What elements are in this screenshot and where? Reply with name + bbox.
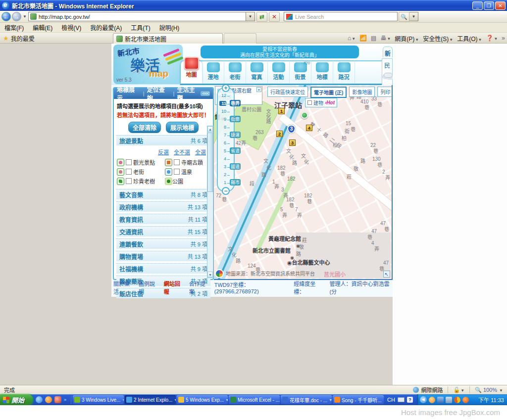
section-教育資訊[interactable]: 教育資訊共 11 項: [116, 214, 210, 224]
show-poi-button[interactable]: 展示地標: [166, 122, 199, 133]
close-button[interactable]: ✕: [495, 1, 506, 10]
read-mail-icon[interactable]: ▤: [371, 35, 376, 42]
taskbar-button-dropdown-icon[interactable]: ▼: [329, 398, 332, 402]
nav-tab-路況[interactable]: 路況: [333, 61, 355, 84]
zoom-level-1[interactable]: 1縣市: [218, 180, 236, 187]
zoom-level-9[interactable]: 9街廓: [218, 117, 236, 124]
keyboard-icon[interactable]: [398, 397, 405, 402]
taskbar-button-dropdown-icon[interactable]: ▼: [383, 398, 384, 402]
media-quicklaunch-icon[interactable]: [45, 396, 52, 403]
home-icon[interactable]: ⌂▼: [348, 35, 355, 42]
feeds-icon[interactable]: 📶: [359, 35, 367, 42]
section-社福機構[interactable]: 社福機構共 9 項: [116, 263, 210, 274]
favorites-button[interactable]: ★ 我的最愛: [0, 33, 35, 44]
network-tray-icon[interactable]: [437, 397, 444, 403]
nav-tab-活動[interactable]: 活動: [268, 61, 290, 84]
checkbox-icon[interactable]: [174, 159, 180, 165]
footer-link-合作提案[interactable]: 合作提案: [189, 280, 209, 295]
building-layer-checkbox[interactable]: 建物 ›Hot: [305, 98, 337, 107]
scrollbar-thumb[interactable]: [207, 133, 213, 192]
zoom-level-11[interactable]: 11巷弄: [218, 101, 236, 108]
zoom-level-10[interactable]: 10: [218, 109, 236, 116]
zoom-in-button[interactable]: +: [222, 85, 230, 92]
section-連鎖餐飲[interactable]: 連鎖餐飲共 9 項: [116, 238, 210, 249]
taskbar-button-Microsoft Excel - ...[interactable]: Microsoft Excel - ...▼: [229, 395, 280, 404]
map-canvas[interactable]: 江子翠站農村公園文化路館◉263巷42弄雙十路二段15巷街柏松弄路410巷33巷…: [214, 85, 393, 280]
tools-menu[interactable]: 工具(O)▼: [457, 34, 482, 43]
page-menu[interactable]: 網頁(P)▼: [395, 34, 419, 43]
refresh-button[interactable]: ⇄: [256, 12, 267, 22]
section-藝文音樂[interactable]: 藝文音樂共 8 項: [116, 189, 210, 199]
taskbar-button-dropdown-icon[interactable]: ▼: [225, 398, 228, 402]
safety-menu[interactable]: 安全性(S)▼: [423, 34, 453, 43]
zoom-level-8[interactable]: 8: [218, 125, 236, 132]
maximize-button[interactable]: ❐: [484, 1, 494, 10]
app-quicklaunch-icon[interactable]: [54, 396, 61, 403]
update-tray-icon[interactable]: [462, 397, 469, 403]
sidebar-scrollbar[interactable]: ▲ ▼: [207, 126, 213, 278]
taskbar-button-dropdown-icon[interactable]: ▼: [122, 398, 124, 402]
section-交通資訊[interactable]: 交通資訊共 15 項: [116, 226, 210, 236]
tooltip-close-icon[interactable]: ✕: [256, 87, 261, 92]
collapse-sidebar-button[interactable]: <<<: [201, 91, 210, 96]
checkbox-icon[interactable]: [126, 169, 132, 175]
menu-item-4[interactable]: 工具(T): [126, 22, 154, 33]
checkbox-icon[interactable]: [126, 178, 132, 184]
stop-button[interactable]: ✕: [269, 12, 280, 22]
map-button-行政區快速定位[interactable]: 行政區快速定位: [267, 87, 308, 97]
section-政府機構[interactable]: 政府機構共 13 項: [116, 201, 210, 212]
poi-checkbox-公園[interactable]: 公園: [165, 177, 212, 185]
tray-chevron-icon[interactable]: ◀: [420, 396, 427, 403]
taskbar-button-dropdown-icon[interactable]: ▼: [174, 398, 176, 402]
taskbar-button-3 Windows Live...[interactable]: 3 Windows Live...▼: [73, 395, 124, 404]
quicklaunch-overflow-chevron[interactable]: »: [64, 397, 66, 402]
taskbar-button-5 Windows Exp...[interactable]: 5 Windows Exp...▼: [177, 395, 228, 404]
back-button[interactable]: ←: [1, 12, 11, 21]
section-travel-spots[interactable]: 旅遊景點 共 6 項: [116, 135, 210, 145]
tab-life-theme[interactable]: 生活主題: [177, 85, 201, 102]
poi-checkbox-觀光景點[interactable]: 觀光景點: [117, 158, 164, 166]
search-options-dropdown[interactable]: ▼: [409, 12, 418, 21]
overflow-chevron[interactable]: »: [502, 35, 505, 42]
security-alert-tray-icon[interactable]: [454, 397, 460, 403]
ie-quicklaunch-icon[interactable]: [36, 396, 43, 403]
messenger-tray-icon[interactable]: [429, 397, 435, 403]
poi-checkbox-溫泉[interactable]: 溫泉: [165, 168, 212, 176]
nav-tab-老街[interactable]: 老街: [224, 61, 246, 84]
nav-tab-溼地[interactable]: 溼地: [203, 61, 224, 84]
forward-button[interactable]: →: [12, 12, 21, 21]
zoom-slider[interactable]: + 1211巷弄109街廓87捷運65省道43國道21縣市 −: [217, 87, 235, 192]
taskbar-button-2 Internet Explo...[interactable]: 2 Internet Explo...▼: [125, 395, 176, 404]
zoom-level-12[interactable]: 12: [218, 93, 236, 100]
partial-tab[interactable]: 新: [383, 47, 393, 57]
select-link-1[interactable]: 全不選: [174, 148, 190, 156]
protected-mode-icon[interactable]: 🔓▼: [453, 387, 464, 393]
site-logo[interactable]: 新北市 樂活 map ver 5.3: [113, 45, 183, 84]
print-icon[interactable]: 🖶▼: [380, 35, 391, 42]
menu-item-0[interactable]: 檔案(F): [0, 22, 28, 33]
scroll-down-icon[interactable]: ▼: [207, 272, 213, 278]
zoom-level-4[interactable]: 4: [218, 156, 236, 163]
zoom-level-5[interactable]: 5省道: [218, 148, 236, 155]
new-tab-stub[interactable]: [224, 33, 256, 44]
search-button[interactable]: 🔍: [399, 12, 409, 22]
taskbar-button-Song - 千千靜听...[interactable]: Song - 千千靜听...▼: [333, 395, 384, 404]
menu-item-2[interactable]: 檢視(V): [57, 22, 86, 33]
footer-link-關於樂活[interactable]: 關於樂活: [113, 280, 134, 295]
map-button-影像地圖[interactable]: 影像地圖: [349, 87, 375, 97]
nav-tab-地標[interactable]: 地標: [311, 61, 333, 84]
poi-checkbox-寺廟古蹟[interactable]: 寺廟古蹟: [165, 158, 212, 166]
menu-item-1[interactable]: 編輯(E): [28, 22, 57, 33]
poi-checkbox-珍貴老樹[interactable]: 珍貴老樹: [117, 177, 164, 185]
minimize-button[interactable]: _: [472, 1, 483, 10]
zoom-level-6[interactable]: 6: [218, 140, 236, 147]
nav-tab-地圖[interactable]: 地圖: [181, 61, 203, 84]
zoom-level-2[interactable]: 2: [218, 172, 236, 179]
search-input[interactable]: Live Search: [284, 12, 398, 21]
checkbox-icon[interactable]: [126, 159, 132, 165]
language-indicator[interactable]: CH: [387, 397, 395, 403]
map-button-列印[interactable]: 列印: [377, 87, 393, 97]
taskbar-button-花樣年華.doc - ...[interactable]: 花樣年華.doc - ...▼: [281, 395, 332, 404]
nav-tab-街景[interactable]: 720街景: [290, 61, 311, 84]
poi-checkbox-老街[interactable]: 老街: [117, 168, 164, 176]
